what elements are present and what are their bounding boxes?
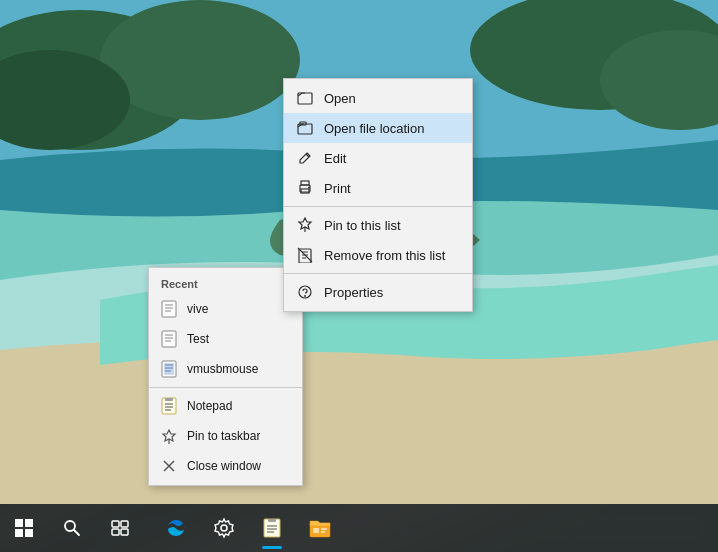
- notepad-icon: [159, 396, 179, 416]
- jumplist-item-vive[interactable]: vive: [149, 294, 302, 324]
- svg-rect-10: [162, 331, 176, 347]
- taskbar-icon-edge[interactable]: [152, 504, 200, 552]
- svg-rect-56: [313, 528, 319, 533]
- open-icon: [296, 89, 314, 107]
- jumplist-separator-1: [149, 387, 302, 388]
- jumplist: Recent vive Test: [148, 267, 303, 486]
- taskbar-icon-notepad[interactable]: [248, 504, 296, 552]
- taskbar-icon-file-explorer[interactable]: [296, 504, 344, 552]
- svg-rect-48: [121, 529, 128, 535]
- svg-rect-58: [321, 531, 325, 533]
- properties-icon: [296, 283, 314, 301]
- task-view-button[interactable]: [96, 504, 144, 552]
- jumplist-item-close-window-label: Close window: [187, 459, 261, 473]
- remove-icon: [296, 246, 314, 264]
- context-menu-item-open-file-location[interactable]: Open file location: [284, 113, 472, 143]
- jumplist-section-label: Recent: [149, 272, 302, 294]
- context-menu-properties-label: Properties: [324, 285, 383, 300]
- jumplist-item-pin-taskbar[interactable]: Pin to taskbar: [149, 421, 302, 451]
- search-button[interactable]: [48, 504, 96, 552]
- jumplist-item-notepad-label: Notepad: [187, 399, 232, 413]
- doc-icon-2: [159, 329, 179, 349]
- close-window-icon: [159, 456, 179, 476]
- start-button[interactable]: [0, 504, 48, 552]
- jumplist-item-notepad[interactable]: Notepad: [149, 391, 302, 421]
- svg-line-40: [298, 248, 312, 262]
- svg-rect-46: [121, 521, 128, 527]
- svg-rect-51: [268, 519, 276, 522]
- doc-icon: [159, 299, 179, 319]
- svg-point-2: [100, 0, 300, 120]
- open-location-icon: [296, 119, 314, 137]
- context-menu-item-properties[interactable]: Properties: [284, 277, 472, 307]
- svg-rect-45: [112, 521, 119, 527]
- context-menu-separator-2: [284, 273, 472, 274]
- jumplist-item-test[interactable]: Test: [149, 324, 302, 354]
- svg-point-42: [304, 295, 306, 297]
- jumplist-item-vmusbmouse-label: vmusbmouse: [187, 362, 258, 376]
- edit-icon: [296, 149, 314, 167]
- svg-rect-20: [165, 398, 173, 401]
- context-menu-item-edit[interactable]: Edit: [284, 143, 472, 173]
- context-menu-item-print[interactable]: Print: [284, 173, 472, 203]
- jumplist-item-close-window[interactable]: Close window: [149, 451, 302, 481]
- svg-rect-6: [162, 301, 176, 317]
- context-menu-remove-label: Remove from this list: [324, 248, 445, 263]
- pin-icon: [296, 216, 314, 234]
- context-menu-open-label: Open: [324, 91, 356, 106]
- context-menu-item-remove[interactable]: Remove from this list: [284, 240, 472, 270]
- taskbar-icon-settings[interactable]: [200, 504, 248, 552]
- print-icon: [296, 179, 314, 197]
- context-menu-separator-1: [284, 206, 472, 207]
- context-menu-open-file-location-label: Open file location: [324, 121, 424, 136]
- context-menu-item-pin[interactable]: Pin to this list: [284, 210, 472, 240]
- doc-icon-3: [159, 359, 179, 379]
- context-menu-print-label: Print: [324, 181, 351, 196]
- jumplist-item-pin-taskbar-label: Pin to taskbar: [187, 429, 260, 443]
- context-menu-pin-label: Pin to this list: [324, 218, 401, 233]
- svg-line-44: [74, 530, 79, 535]
- svg-rect-47: [112, 529, 119, 535]
- jumplist-item-vive-label: vive: [187, 302, 208, 316]
- context-menu-edit-label: Edit: [324, 151, 346, 166]
- svg-point-34: [308, 187, 310, 189]
- taskbar-icons: [152, 504, 344, 552]
- taskbar: [0, 504, 718, 552]
- context-menu-item-open[interactable]: Open: [284, 83, 472, 113]
- svg-point-49: [221, 525, 227, 531]
- svg-rect-57: [321, 528, 327, 530]
- jumplist-item-vmusbmouse[interactable]: vmusbmouse: [149, 354, 302, 384]
- pin-taskbar-icon: [159, 426, 179, 446]
- context-menu: Open Open file location Edit: [283, 78, 473, 312]
- svg-rect-32: [301, 181, 309, 185]
- jumplist-item-test-label: Test: [187, 332, 209, 346]
